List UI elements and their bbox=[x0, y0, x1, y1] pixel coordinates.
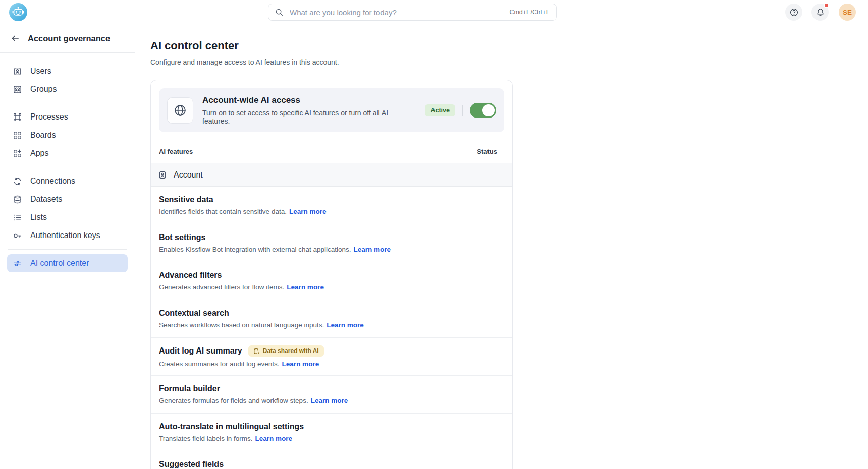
feature-name: Contextual search bbox=[159, 309, 229, 318]
table-row-auto-translate-in-multilingual-settings: Auto-translate in multilingual settings … bbox=[151, 414, 512, 451]
database-sparkle-icon bbox=[253, 348, 260, 355]
sidebar-item-label: Lists bbox=[30, 213, 47, 222]
sidebar-item-label: Boards bbox=[30, 131, 56, 140]
learn-more-link[interactable]: Learn more bbox=[287, 283, 324, 291]
table-row-sensitive-data: Sensitive data Identifies fields that co… bbox=[151, 187, 512, 224]
data-shared-badge: Data shared with AI bbox=[248, 345, 324, 357]
sidebar-item-ai-control-center[interactable]: AI control center bbox=[7, 254, 128, 272]
feature-name: Bot settings bbox=[159, 233, 205, 242]
help-button[interactable] bbox=[785, 4, 802, 21]
sidebar-item-boards[interactable]: Boards bbox=[7, 126, 128, 144]
sidebar-item-label: Processes bbox=[30, 112, 68, 122]
kissflow-logo[interactable] bbox=[9, 3, 27, 21]
notifications-button[interactable] bbox=[811, 4, 829, 21]
section-row-account: Account bbox=[151, 163, 512, 187]
feature-name: Auto-translate in multilingual settings bbox=[159, 422, 304, 431]
table-row-audit-log-ai-summary: Audit log AI summary Data shared with AI… bbox=[151, 338, 512, 376]
sidebar-item-label: Users bbox=[30, 67, 51, 76]
feature-description: Searches workflows based on natural lang… bbox=[159, 321, 364, 329]
feature-description: Generates advanced filters for flow item… bbox=[159, 283, 324, 291]
learn-more-link[interactable]: Learn more bbox=[311, 397, 348, 404]
sidebar-item-label: Datasets bbox=[30, 195, 62, 204]
user-avatar[interactable]: SE bbox=[839, 4, 856, 21]
section-label: Account bbox=[174, 170, 203, 180]
notification-dot bbox=[824, 3, 829, 8]
sidebar-item-label: AI control center bbox=[30, 259, 89, 268]
column-status: Status bbox=[477, 148, 497, 155]
sidebar-item-users[interactable]: Users bbox=[7, 62, 128, 80]
user-badge-icon bbox=[13, 67, 22, 76]
sliders-icon bbox=[13, 259, 22, 268]
sidebar-item-label: Authentication keys bbox=[30, 231, 100, 240]
account-icon bbox=[158, 170, 167, 180]
page-subtitle: Configure and manage access to AI featur… bbox=[150, 58, 868, 66]
learn-more-link[interactable]: Learn more bbox=[282, 360, 319, 368]
feature-name: Formula builder bbox=[159, 384, 220, 393]
feature-rows: Sensitive data Identifies fields that co… bbox=[151, 187, 512, 469]
key-icon bbox=[13, 231, 22, 241]
sidebar-item-label: Connections bbox=[30, 177, 75, 186]
search-input[interactable] bbox=[289, 8, 509, 17]
learn-more-link[interactable]: Learn more bbox=[289, 208, 327, 215]
divider bbox=[8, 103, 127, 103]
sidebar-item-groups[interactable]: Groups bbox=[7, 80, 128, 98]
learn-more-link[interactable]: Learn more bbox=[255, 435, 293, 442]
search-shortcut-hint: Cmd+E/Ctrl+E bbox=[509, 9, 550, 16]
feature-name: Audit log AI summary bbox=[159, 346, 242, 356]
feature-name: Suggested fields bbox=[159, 460, 224, 469]
apps-icon bbox=[13, 149, 22, 158]
main-content: AI control center Configure and manage a… bbox=[135, 24, 868, 469]
sidebar-item-connections[interactable]: Connections bbox=[7, 172, 128, 190]
bell-icon bbox=[816, 8, 825, 17]
sidebar: Account governance Users Groups Processe… bbox=[0, 24, 135, 469]
sidebar-header: Account governance bbox=[0, 24, 135, 53]
back-arrow-icon[interactable] bbox=[10, 33, 20, 43]
divider bbox=[8, 249, 127, 250]
divider bbox=[8, 167, 127, 167]
sidebar-nav: Users Groups Processes Boards Apps Conne… bbox=[0, 53, 135, 277]
access-card-title: Account-wide AI access bbox=[202, 95, 416, 105]
account-wide-ai-toggle[interactable] bbox=[470, 103, 496, 118]
divider bbox=[8, 277, 127, 277]
datasets-icon bbox=[13, 195, 22, 204]
globe-icon bbox=[167, 97, 193, 124]
sidebar-item-apps[interactable]: Apps bbox=[7, 144, 128, 162]
table-row-suggested-fields: Suggested fields Suggests relevant field… bbox=[151, 451, 512, 469]
sidebar-item-label: Groups bbox=[30, 85, 57, 94]
sidebar-item-label: Apps bbox=[30, 149, 48, 158]
feature-name: Sensitive data bbox=[159, 195, 213, 204]
sidebar-item-processes[interactable]: Processes bbox=[7, 108, 128, 126]
table-row-formula-builder: Formula builder Generates formulas for f… bbox=[151, 376, 512, 414]
ai-features-card: Account-wide AI access Turn on to set ac… bbox=[150, 80, 513, 469]
connections-icon bbox=[13, 177, 22, 186]
feature-name: Advanced filters bbox=[159, 271, 222, 280]
sidebar-item-lists[interactable]: Lists bbox=[7, 208, 128, 226]
account-wide-ai-access-panel: Account-wide AI access Turn on to set ac… bbox=[159, 88, 504, 132]
question-icon bbox=[789, 8, 799, 17]
table-row-bot-settings: Bot settings Enables Kissflow Bot integr… bbox=[151, 224, 512, 262]
sidebar-item-datasets[interactable]: Datasets bbox=[7, 190, 128, 208]
global-search: Cmd+E/Ctrl+E bbox=[268, 4, 557, 21]
lists-icon bbox=[13, 213, 22, 222]
feature-description: Creates summaries for audit log events.L… bbox=[159, 360, 324, 368]
table-row-contextual-search: Contextual search Searches workflows bas… bbox=[151, 300, 512, 338]
table-header: AI features Status bbox=[151, 140, 512, 163]
data-shared-badge-label: Data shared with AI bbox=[263, 347, 319, 355]
boards-icon bbox=[13, 131, 22, 140]
sidebar-title: Account governance bbox=[28, 34, 110, 43]
sidebar-item-authentication-keys[interactable]: Authentication keys bbox=[7, 226, 128, 245]
learn-more-link[interactable]: Learn more bbox=[353, 246, 391, 253]
topbar: Cmd+E/Ctrl+E SE bbox=[0, 0, 868, 24]
feature-description: Identifies fields that contain sensitive… bbox=[159, 208, 326, 215]
learn-more-link[interactable]: Learn more bbox=[327, 321, 364, 329]
column-ai-features: AI features bbox=[159, 148, 193, 155]
search-icon bbox=[275, 8, 284, 17]
access-card-description: Turn on to set access to specific AI fea… bbox=[202, 109, 416, 125]
table-row-advanced-filters: Advanced filters Generates advanced filt… bbox=[151, 262, 512, 300]
processes-icon bbox=[13, 112, 22, 122]
feature-description: Generates formulas for fields and workfl… bbox=[159, 397, 348, 404]
feature-description: Enables Kissflow Bot integration with ex… bbox=[159, 246, 391, 253]
divider bbox=[462, 105, 463, 116]
status-badge: Active bbox=[425, 104, 455, 116]
feature-description: Translates field labels in forms.Learn m… bbox=[159, 435, 304, 442]
